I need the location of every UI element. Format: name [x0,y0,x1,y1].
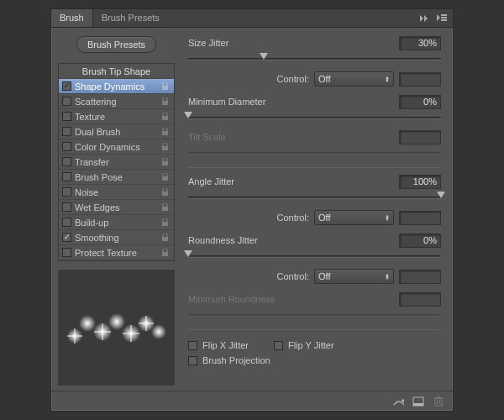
sidebar-item-label: Color Dynamics [75,142,140,152]
collapse-icon[interactable] [419,13,431,24]
control-label: Control: [276,74,309,84]
sidebar-item-label: Brush Tip Shape [82,66,150,76]
sidebar-item-brush-pose[interactable]: Brush Pose [59,170,174,185]
svg-rect-3 [162,86,168,90]
checkbox-icon[interactable] [62,172,71,181]
min-diameter-label: Minimum Diameter [188,97,399,107]
sidebar-item-shape-dynamics[interactable]: Shape Dynamics [59,79,174,94]
lock-icon[interactable] [159,171,171,183]
tab-bar: Brush Brush Presets [51,9,453,28]
checkbox-icon[interactable] [62,218,71,227]
checkbox-icon[interactable] [62,248,71,257]
flip-x-label: Flip X Jitter [202,340,249,350]
size-jitter-control-value [399,72,441,87]
size-jitter-label: Size Jitter [188,38,399,48]
checkbox-icon[interactable] [62,157,71,166]
min-diameter-slider[interactable] [188,112,441,123]
options-list: Brush Tip Shape Shape Dynamics Scatterin… [58,63,175,261]
sidebar-item-noise[interactable]: Noise [59,185,174,200]
size-jitter-slider[interactable] [188,53,441,65]
svg-rect-2 [441,19,447,21]
checkbox-icon[interactable] [62,112,71,121]
sidebar-item-texture[interactable]: Texture [59,109,174,124]
sidebar-item-scattering[interactable]: Scattering [59,94,174,109]
svg-point-21 [151,324,166,339]
brush-panel: Brush Brush Presets Brush Presets Brush … [50,8,454,412]
checkbox-icon[interactable] [62,127,71,136]
lock-icon[interactable] [159,247,171,259]
lock-icon[interactable] [159,141,171,153]
lock-icon[interactable] [159,186,171,198]
angle-jitter-control-select[interactable]: Off▲▼ [314,210,394,225]
roundness-jitter-label: Roundness Jitter [188,235,399,245]
flip-y-checkbox[interactable] [274,341,283,350]
select-arrows-icon: ▲▼ [385,214,390,221]
sidebar-item-wet-edges[interactable]: Wet Edges [59,200,174,215]
sidebar-item-build-up[interactable]: Build-up [59,215,174,230]
sidebar-item-dual-brush[interactable]: Dual Brush [59,124,174,139]
checkbox-icon[interactable] [62,142,71,151]
svg-rect-14 [162,252,168,256]
brush-projection-checkbox[interactable] [188,356,197,365]
min-diameter-value[interactable] [399,95,441,109]
size-jitter-value[interactable] [399,36,441,50]
checkbox-icon[interactable] [62,97,71,106]
checkbox-icon[interactable] [62,187,71,197]
roundness-jitter-value[interactable] [399,234,441,248]
checkbox-icon[interactable] [62,233,71,242]
row-roundness-jitter: Roundness Jitter [188,232,441,249]
svg-rect-4 [162,101,168,105]
roundness-jitter-slider[interactable] [188,250,441,262]
row-size-jitter: Size Jitter [188,34,441,51]
roundness-jitter-control-select[interactable]: Off▲▼ [314,269,394,284]
new-preset-icon[interactable] [412,396,424,407]
tab-brush-presets[interactable]: Brush Presets [93,9,168,27]
svg-rect-11 [162,207,168,211]
min-roundness-value [399,292,441,307]
sidebar-item-color-dynamics[interactable]: Color Dynamics [59,139,174,155]
sidebar-item-transfer[interactable]: Transfer [59,155,174,170]
lock-icon[interactable] [159,217,171,228]
lock-icon[interactable] [159,126,171,138]
sidebar-item-smoothing[interactable]: Smoothing [59,230,174,245]
angle-jitter-slider[interactable] [188,192,441,203]
lock-icon[interactable] [159,81,171,92]
svg-rect-32 [413,403,423,406]
flip-y-label: Flip Y Jitter [288,340,334,350]
tab-brush[interactable]: Brush [51,9,93,27]
lock-icon[interactable] [159,96,171,108]
angle-jitter-value[interactable] [399,175,441,189]
tilt-scale-slider [188,147,441,159]
svg-rect-5 [162,116,168,120]
svg-rect-12 [162,222,168,226]
select-arrows-icon: ▲▼ [385,76,390,82]
svg-point-18 [108,313,125,330]
roundness-jitter-control-value [399,270,441,284]
checkbox-icon[interactable] [62,81,71,91]
svg-rect-1 [441,17,447,18]
checkbox-icon[interactable] [62,202,71,212]
lock-icon[interactable] [159,202,171,213]
lock-icon[interactable] [159,111,171,123]
lock-icon[interactable] [159,156,171,168]
svg-rect-8 [162,161,168,165]
lock-icon[interactable] [159,232,171,244]
row-angle-jitter: Angle Jitter [188,173,441,190]
trash-icon[interactable] [433,396,444,407]
flip-jitter-row: Flip X Jitter Flip Y Jitter [188,340,441,350]
flip-x-checkbox[interactable] [188,341,197,350]
toggle-preview-icon[interactable] [392,396,404,407]
angle-jitter-label: Angle Jitter [188,176,399,186]
size-jitter-control-select[interactable]: Off▲▼ [314,71,394,87]
brush-presets-button[interactable]: Brush Presets [76,36,156,53]
settings-main: Size Jitter Control: Off▲▼ Minimum Diame… [181,28,453,391]
sidebar-item-protect-texture[interactable]: Protect Texture [59,245,174,260]
svg-point-30 [402,399,404,402]
sidebar-item-label: Brush Pose [75,172,123,182]
sidebar-item-brush-tip-shape[interactable]: Brush Tip Shape [59,64,174,79]
panel-menu-icon[interactable] [436,13,448,24]
svg-rect-0 [441,14,447,16]
sidebar-item-label: Noise [75,187,98,197]
sparkle-stroke-icon [62,298,171,357]
row-min-diameter: Minimum Diameter [188,93,441,110]
